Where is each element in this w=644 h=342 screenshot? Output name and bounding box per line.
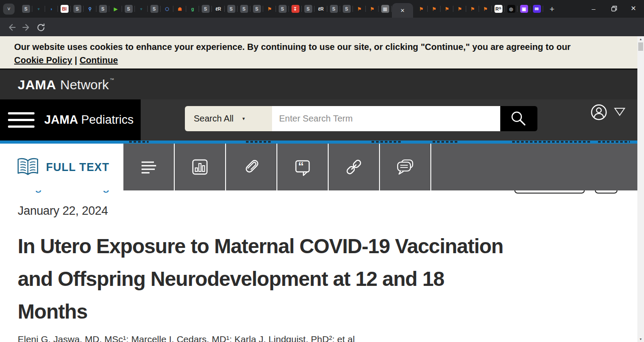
- tab-favicon: ℓR: [215, 5, 222, 13]
- cookie-continue-link[interactable]: Continue: [80, 55, 118, 65]
- pinned-tab[interactable]: ▶: [109, 0, 122, 18]
- pinned-tab[interactable]: S: [302, 0, 314, 18]
- pinned-tab[interactable]: ☗: [173, 0, 186, 18]
- pinned-tab[interactable]: ↧: [289, 0, 302, 18]
- pinned-tab[interactable]: ⚑: [263, 0, 276, 18]
- pinned-tab[interactable]: S: [71, 0, 84, 18]
- restore-icon: [611, 6, 617, 11]
- toolbar-attachments-button[interactable]: [226, 144, 276, 190]
- toolbar-quote-button[interactable]: “: [277, 144, 328, 190]
- tab-search-button[interactable]: ˅: [3, 4, 15, 15]
- article-category-link[interactable]: Original Investigation: [18, 190, 208, 193]
- pinned-tab[interactable]: ♆: [32, 0, 45, 18]
- pinned-tab[interactable]: ⚑: [453, 0, 466, 18]
- toolbar-figures-button[interactable]: [175, 144, 225, 190]
- tab-favicon: ⬡: [163, 5, 171, 13]
- article-date: January 22, 2024: [18, 204, 108, 218]
- pinned-tab[interactable]: S: [148, 0, 161, 18]
- tab-full-text[interactable]: FULL TEXT: [0, 144, 123, 190]
- pinned-tab[interactable]: ⚑: [466, 0, 479, 18]
- toolbar-comments-button[interactable]: [380, 144, 430, 190]
- pinned-tab[interactable]: S: [340, 0, 353, 18]
- pinned-tab[interactable]: ⚲: [84, 0, 96, 18]
- tab-favicon: ♆: [138, 5, 146, 13]
- tab-close-icon[interactable]: ✕: [400, 8, 405, 14]
- network-logo[interactable]: JAMANetwork™: [18, 77, 114, 92]
- pinned-tab[interactable]: ℓR: [314, 0, 327, 18]
- pinned-tab[interactable]: ▦: [379, 0, 391, 18]
- pinned-tab[interactable]: ◍: [505, 0, 518, 18]
- forward-icon: [22, 23, 31, 32]
- back-button[interactable]: [6, 22, 17, 33]
- search-input[interactable]: [272, 106, 500, 131]
- article-title-line: In Utero Exposure to Maternal COVID-19 V…: [18, 230, 632, 262]
- open-book-icon: [15, 157, 41, 177]
- pinned-tab[interactable]: ◗: [45, 0, 58, 18]
- scroll-up-arrow[interactable]: ▲: [637, 36, 644, 42]
- clipped-nav-text-fragment: [598, 141, 630, 143]
- hamburger-menu-icon[interactable]: [8, 108, 34, 132]
- pinned-tab[interactable]: ⚑: [353, 0, 366, 18]
- clipped-nav-text-fragment: [129, 141, 149, 143]
- pinned-tab[interactable]: S: [122, 0, 135, 18]
- pinned-tab[interactable]: ⚑: [366, 0, 379, 18]
- pinned-tab[interactable]: ⬡: [161, 0, 173, 18]
- page-scrollbar[interactable]: ▲ ▼: [637, 36, 644, 342]
- window-close-button[interactable]: ✕: [625, 0, 642, 17]
- window-minimize-button[interactable]: –: [585, 0, 602, 17]
- pinned-tab[interactable]: ⚑: [415, 0, 428, 18]
- article-title: In Utero Exposure to Maternal COVID-19 V…: [18, 230, 632, 328]
- tab-favicon: ♆: [35, 5, 43, 13]
- cookie-policy-link[interactable]: Cookie Policy: [14, 55, 72, 65]
- window-restore-button[interactable]: [605, 0, 623, 17]
- pinned-tab[interactable]: S: [276, 0, 289, 18]
- journal-brand-block: JAMAPediatrics: [0, 99, 141, 141]
- tab-favicon: ▶: [112, 5, 120, 13]
- account-button[interactable]: [590, 103, 608, 121]
- article-category-clipped: Original Investigation: [18, 190, 208, 195]
- journal-logo[interactable]: JAMAPediatrics: [44, 113, 134, 127]
- tab-favicon: S: [304, 5, 312, 13]
- tab-favicon: BI: [61, 5, 69, 13]
- scroll-down-arrow[interactable]: ▼: [637, 336, 644, 342]
- account-dropdown-caret[interactable]: [614, 107, 625, 117]
- tab-favicon: ☗: [176, 5, 184, 13]
- pinned-tab[interactable]: S: [19, 0, 32, 18]
- tab-favicon: ⚲: [86, 5, 94, 13]
- tab-favicon: ⚑: [368, 5, 376, 13]
- pinned-tab[interactable]: S: [238, 0, 250, 18]
- active-tab[interactable]: ✕: [392, 3, 413, 18]
- comments-icon: [395, 157, 415, 177]
- forward-button[interactable]: [21, 22, 32, 33]
- search-submit-button[interactable]: [500, 106, 537, 131]
- quote-icon: “: [292, 157, 313, 177]
- pinned-tab[interactable]: S: [199, 0, 212, 18]
- pinned-tab[interactable]: Rᴳ: [492, 0, 505, 18]
- scrollbar-thumb[interactable]: [638, 42, 643, 51]
- pinned-tab[interactable]: ⚑: [441, 0, 453, 18]
- pinned-tab[interactable]: ⚑: [479, 0, 492, 18]
- pinned-tab[interactable]: BI: [58, 0, 71, 18]
- pinned-tab[interactable]: S: [225, 0, 238, 18]
- pinned-tab[interactable]: ♆: [135, 0, 148, 18]
- clipped-nav-text-fragment: [512, 141, 592, 143]
- pinned-tab[interactable]: S: [327, 0, 340, 18]
- search-scope-dropdown[interactable]: Search All ▾: [185, 106, 272, 131]
- browser-window: ˅ S ♆ ◗ BI S ⚲ S ▶ S: [0, 0, 644, 342]
- new-tab-button[interactable]: +: [547, 4, 557, 15]
- tab-favicon: S: [202, 5, 210, 13]
- pinned-tab[interactable]: S: [250, 0, 263, 18]
- pinned-tabs-left-group: S ♆ ◗ BI S ⚲ S ▶ S ♆: [19, 0, 391, 18]
- pinned-tab[interactable]: ⚑: [428, 0, 441, 18]
- network-logo-regular: Network: [60, 77, 109, 92]
- toolbar-contents-button[interactable]: [123, 144, 174, 190]
- journal-logo-bold: JAMA: [44, 113, 78, 126]
- pinned-tab[interactable]: ℓR: [212, 0, 225, 18]
- pinned-tab[interactable]: S: [96, 0, 109, 18]
- pinned-tab[interactable]: g: [186, 0, 199, 18]
- toolbar-link-button[interactable]: [329, 144, 379, 190]
- pinned-tab[interactable]: ▣: [518, 0, 530, 18]
- search-scope-label: Search All: [194, 114, 234, 124]
- pinned-tab[interactable]: ✉: [530, 0, 543, 18]
- reload-button[interactable]: [35, 22, 46, 33]
